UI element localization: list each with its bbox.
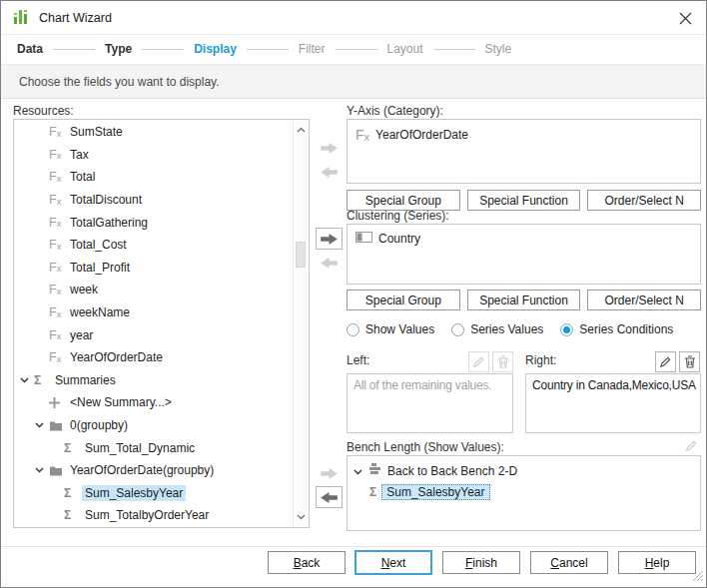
resource-tree-item[interactable]: FxYearOfOrderDate [14, 346, 293, 369]
right-condition-text: Country in Canada,Mexico,USA [532, 378, 696, 392]
resource-tree-item[interactable]: 0(groupby) [14, 414, 293, 437]
radio-icon[interactable] [560, 323, 573, 336]
move-left-bench-button[interactable] [316, 486, 343, 508]
scrollbar[interactable] [293, 121, 308, 526]
tree-item-label: Sum_SalesbyYear [82, 485, 186, 501]
bench-child-item[interactable]: Σ Sum_SalesbyYear [348, 479, 700, 500]
order-select-n-button[interactable]: Order/Select N [587, 290, 701, 310]
chevron-down-icon[interactable] [35, 422, 49, 428]
move-left-yaxis-button[interactable] [316, 161, 343, 183]
resource-tree-item[interactable]: YearOfOrderDate(groupby) [14, 459, 293, 482]
radio-series-conditions[interactable]: Series Conditions [560, 322, 673, 336]
step-display[interactable]: Display [194, 42, 237, 56]
next-button[interactable]: Next [354, 550, 432, 575]
fx-icon: Fx [49, 328, 67, 342]
radio-series-values[interactable]: Series Values [451, 322, 543, 336]
column-icon [355, 232, 372, 246]
resource-tree-item[interactable]: <New Summary...> [14, 391, 293, 414]
clustering-field[interactable]: Country [348, 225, 700, 246]
tree-item-label: SumState [67, 124, 126, 140]
bench-root-label: Back to Back Bench 2-D [387, 464, 517, 478]
resource-tree-item[interactable]: Fxyear [14, 323, 293, 346]
sigma-icon: Σ [369, 485, 376, 499]
fx-icon: Fx [49, 283, 67, 296]
right-condition-box[interactable]: Country in Canada,Mexico,USA [525, 373, 701, 433]
wizard-steps: Data Type Display Filter Layout Style [1, 35, 706, 63]
resource-tree-item[interactable]: FxTotal_Cost [14, 234, 293, 257]
radio-show-values[interactable]: Show Values [347, 322, 434, 336]
fx-icon: Fx [49, 238, 67, 252]
step-type[interactable]: Type [105, 42, 132, 56]
resource-tree-item[interactable]: ΣSummaries [14, 369, 293, 392]
folder-icon [49, 420, 67, 431]
resource-tree-item[interactable]: FxTax [14, 144, 293, 167]
scroll-up-icon[interactable] [294, 123, 308, 137]
special-group-button[interactable]: Special Group [347, 290, 460, 310]
step-layout[interactable]: Layout [387, 42, 423, 56]
radio-icon[interactable] [347, 323, 359, 336]
step-filter[interactable]: Filter [299, 42, 326, 56]
resource-tree-item[interactable]: FxweekName [14, 301, 293, 324]
left-condition-box[interactable]: All of the remaining values. [347, 373, 513, 433]
resource-tree-item[interactable]: ΣSum_SalesbyYear [14, 482, 293, 505]
resource-tree-item[interactable]: ΣSum_TotalbyOrderYear [14, 504, 293, 526]
bench-root-item[interactable]: Back to Back Bench 2-D [348, 456, 700, 479]
resource-tree-item[interactable]: FxTotal_Profit [14, 257, 293, 280]
radio-icon[interactable] [451, 323, 464, 336]
edit-icon[interactable] [681, 435, 702, 456]
window-title: Chart Wizard [39, 11, 112, 25]
chevron-down-icon[interactable] [354, 464, 362, 478]
sigma-icon: Σ [64, 486, 82, 500]
order-select-n-button[interactable]: Order/Select N [587, 190, 701, 211]
edit-icon[interactable] [468, 351, 489, 372]
scroll-thumb[interactable] [296, 242, 306, 268]
resize-grip-icon[interactable] [691, 569, 704, 585]
resources-list[interactable]: FxSumStateFxTaxFxTotalFxTotalDiscountFxT… [13, 119, 310, 528]
move-right-clustering-button[interactable] [316, 228, 343, 250]
fx-icon: Fx [49, 193, 67, 207]
fx-icon: Fx [49, 170, 67, 184]
back-button[interactable]: Back [268, 551, 346, 574]
tree-item-label: Sum_Total_Dynamic [82, 440, 198, 456]
resource-tree-item[interactable]: FxTotalGathering [14, 211, 293, 234]
step-connector [433, 49, 475, 50]
yaxis-field-box[interactable]: Fx YearOfOrderDate [347, 119, 701, 184]
tree-item-label: Sum_TotalbyOrderYear [82, 507, 212, 523]
clustering-field-box[interactable]: Country [347, 224, 701, 285]
left-condition-text: All of the remaining values. [354, 378, 491, 392]
cancel-button[interactable]: Cancel [530, 551, 608, 574]
resource-tree-item[interactable]: FxSumState [14, 121, 293, 144]
resource-tree: FxSumStateFxTaxFxTotalFxTotalDiscountFxT… [14, 121, 293, 526]
trash-icon[interactable] [492, 351, 513, 372]
special-function-button[interactable]: Special Function [467, 190, 581, 211]
tree-item-label: weekName [67, 304, 133, 320]
chart-wizard-icon [13, 8, 31, 26]
tree-item-label: Summaries [52, 372, 119, 388]
move-right-yaxis-button[interactable] [316, 137, 343, 159]
special-group-button[interactable]: Special Group [347, 190, 460, 211]
step-style[interactable]: Style [485, 42, 512, 56]
yaxis-field[interactable]: Fx YearOfOrderDate [348, 120, 700, 143]
help-button[interactable]: Help [618, 551, 696, 574]
trash-icon[interactable] [679, 351, 700, 372]
chevron-down-icon[interactable] [20, 377, 34, 383]
fx-icon: Fx [355, 127, 369, 143]
tree-item-label: Total_Cost [67, 237, 130, 253]
resource-tree-item[interactable]: Fxweek [14, 279, 293, 301]
edit-icon[interactable] [655, 351, 676, 372]
resource-tree-item[interactable]: FxTotal [14, 166, 293, 189]
bench-tree-box[interactable]: Back to Back Bench 2-D Σ Sum_SalesbyYear [347, 455, 701, 531]
scroll-down-icon[interactable] [294, 510, 308, 524]
plus-icon [49, 397, 67, 408]
special-function-button[interactable]: Special Function [467, 290, 581, 310]
step-data[interactable]: Data [17, 42, 43, 56]
wizard-subtitle: Choose the fields you want to display. [19, 75, 220, 89]
resource-tree-item[interactable]: FxTotalDiscount [14, 189, 293, 212]
move-left-clustering-button[interactable] [316, 252, 343, 274]
resource-tree-item[interactable]: ΣSum_Total_Dynamic [14, 436, 293, 459]
move-right-bench-button[interactable] [316, 462, 343, 484]
finish-button[interactable]: Finish [442, 551, 520, 574]
chevron-down-icon[interactable] [35, 467, 49, 473]
close-icon[interactable] [674, 8, 696, 28]
tree-item-label: TotalGathering [67, 215, 151, 231]
